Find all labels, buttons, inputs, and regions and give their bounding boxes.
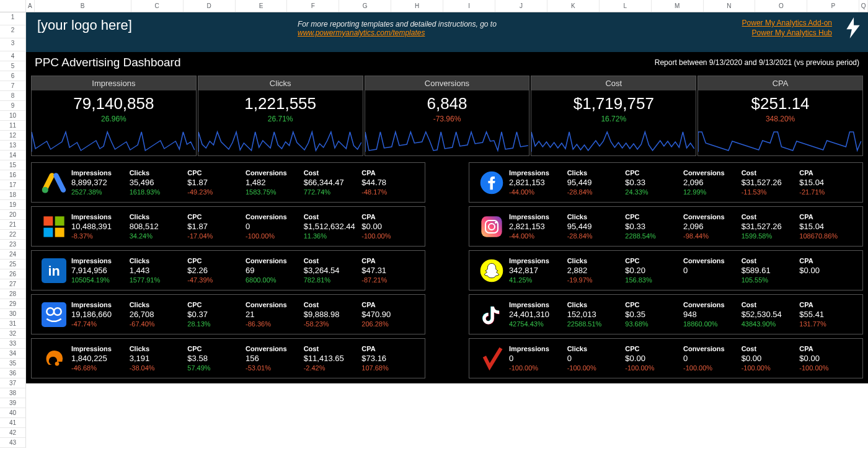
hero-card-impressions: Impressions 79,140,858 26.96% xyxy=(31,76,197,156)
addon-link[interactable]: Power My Analytics Add-on xyxy=(742,19,832,27)
platform-card-outbrain: Impressions 1,840,225 -46.68% Clicks 3,1… xyxy=(31,338,425,378)
facebook-icon xyxy=(474,169,509,196)
hero-delta: 26.71% xyxy=(198,115,363,126)
hero-card-clicks: Clicks 1,221,555 26.71% xyxy=(198,76,363,156)
metric-clicks: Clicks 26,708 -67.40% xyxy=(130,301,187,328)
outbrain-icon xyxy=(37,345,71,372)
hero-delta: 16.72% xyxy=(531,115,696,126)
linkedin-icon: in xyxy=(37,257,71,284)
taboola-icon xyxy=(37,301,71,328)
platform-card-taboola: Impressions 19,186,660 -47.74% Clicks 26… xyxy=(31,294,425,334)
snapchat-icon xyxy=(474,257,509,284)
sparkline xyxy=(198,127,363,154)
metric-conversions: Conversions 2,096 -98.44% xyxy=(683,213,740,240)
hero-value: $1,719,757 xyxy=(531,90,696,115)
platform-card-snapchat: Impressions 342,817 41.25% Clicks 2,882 … xyxy=(469,250,863,290)
hero-delta: 26.96% xyxy=(32,115,196,126)
metric-conversions: Conversions 156 -53.01% xyxy=(246,345,303,372)
metric-impressions: Impressions 10,488,391 -8.37% xyxy=(71,213,128,240)
metric-impressions: Impressions 24,401,310 42754.43% xyxy=(509,301,566,328)
logo-placeholder: [your logo here] xyxy=(37,17,298,33)
sparkline xyxy=(531,127,696,154)
metric-clicks: Clicks 1,443 1577.91% xyxy=(130,257,187,284)
sparkline xyxy=(698,127,862,154)
metric-conversions: Conversions 69 6800.00% xyxy=(246,257,303,284)
microsoft-icon xyxy=(37,213,71,240)
hero-card-cost: Cost $1,719,757 16.72% xyxy=(531,76,696,156)
metric-conversions: Conversions 21 -86.36% xyxy=(246,301,303,328)
metric-cost: Cost $3,264.54 782.81% xyxy=(304,257,361,284)
metric-cpc: CPC $0.33 2288.54% xyxy=(625,213,682,240)
metric-conversions: Conversions 1,482 1583.75% xyxy=(246,169,303,196)
metric-cpa: CPA $0.00 -100.00% xyxy=(361,213,418,240)
metric-conversions: Conversions 948 18860.00% xyxy=(683,301,740,328)
platform-card-microsoft: Impressions 10,488,391 -8.37% Clicks 808… xyxy=(31,206,425,247)
templates-link[interactable]: www.powermyanalytics.com/templates xyxy=(298,28,425,37)
svg-text:in: in xyxy=(48,263,60,279)
hero-label: Clicks xyxy=(198,76,363,90)
metric-impressions: Impressions 7,914,956 105054.19% xyxy=(71,257,128,284)
title-row: PPC Advertising Dashboard Report between… xyxy=(26,52,868,73)
svg-rect-4 xyxy=(55,227,64,237)
hero-delta: -73.96% xyxy=(365,115,529,126)
metric-cost: Cost $66,344.47 772.74% xyxy=(304,169,361,196)
report-range: Report between 9/13/2020 and 9/13/2021 (… xyxy=(655,58,859,67)
metric-clicks: Clicks 95,449 -28.84% xyxy=(567,169,624,196)
metric-conversions: Conversions 0 xyxy=(683,257,740,284)
metric-cpc: CPC $0.37 28.13% xyxy=(187,301,244,328)
metric-cpa: CPA $470.90 206.28% xyxy=(361,301,418,328)
metric-cpc: CPC $0.00 -100.00% xyxy=(625,345,682,372)
hero-value: 79,140,858 xyxy=(32,90,196,115)
metric-cost: Cost $9,888.98 -58.23% xyxy=(304,301,361,328)
instagram-icon xyxy=(474,213,509,240)
svg-rect-7 xyxy=(42,302,66,327)
svg-rect-1 xyxy=(43,216,53,225)
lightning-icon xyxy=(844,17,862,38)
platform-col-right: Impressions 2,821,153 -44.00% Clicks 95,… xyxy=(469,162,863,378)
metric-cpc: CPC $0.20 156.83% xyxy=(625,257,682,284)
metric-cost: Cost $0.00 -100.00% xyxy=(742,345,799,372)
metric-clicks: Clicks 3,191 -38.04% xyxy=(130,345,187,372)
row-number-gutter: 1234567891011121314151617181920212223242… xyxy=(0,0,26,448)
metric-cost: Cost $31,527.26 -11.53% xyxy=(742,169,799,196)
svg-rect-2 xyxy=(55,216,64,225)
platform-card-verizon: Impressions 0 -100.00% Clicks 0 -100.00%… xyxy=(469,338,863,378)
metric-impressions: Impressions 1,840,225 -46.68% xyxy=(71,345,128,372)
sparkline xyxy=(365,127,529,154)
hub-link[interactable]: Power My Analytics Hub xyxy=(742,28,832,37)
platform-card-facebook: Impressions 2,821,153 -44.00% Clicks 95,… xyxy=(469,162,863,203)
dashboard: [your logo here] For more reporting temp… xyxy=(26,12,868,383)
platform-grid: Impressions 8,899,372 2527.38% Clicks 35… xyxy=(26,160,868,383)
platform-col-left: Impressions 8,899,372 2527.38% Clicks 35… xyxy=(31,162,425,378)
svg-rect-3 xyxy=(43,227,53,237)
metric-clicks: Clicks 35,496 1618.93% xyxy=(130,169,187,196)
metric-cpa: CPA $47.31 -87.21% xyxy=(361,257,418,284)
metric-cpa: CPA $44.78 -48.17% xyxy=(361,169,418,196)
metric-impressions: Impressions 8,899,372 2527.38% xyxy=(71,169,128,196)
metric-cpa: CPA $0.00 xyxy=(799,257,856,284)
metric-cost: Cost $31,527.26 1599.58% xyxy=(742,213,799,240)
metric-clicks: Clicks 0 -100.00% xyxy=(567,345,624,372)
metric-cost: Cost $52,530.54 43843.90% xyxy=(742,301,799,328)
svg-point-15 xyxy=(495,221,497,223)
svg-rect-12 xyxy=(481,216,502,237)
platform-card-instagram: Impressions 2,821,153 -44.00% Clicks 95,… xyxy=(469,206,863,247)
metric-conversions: Conversions 0 -100.00% xyxy=(683,345,740,372)
header-banner: [your logo here] For more reporting temp… xyxy=(26,12,868,52)
hero-value: 6,848 xyxy=(365,90,529,115)
metric-cpa: CPA $55.41 131.77% xyxy=(799,301,856,328)
metric-cpc: CPC $1.87 -17.04% xyxy=(187,213,244,240)
metric-impressions: Impressions 0 -100.00% xyxy=(509,345,566,372)
page-title: PPC Advertising Dashboard xyxy=(35,56,181,69)
platform-card-google-ads: Impressions 8,899,372 2527.38% Clicks 35… xyxy=(31,162,425,203)
svg-point-10 xyxy=(55,362,60,366)
hero-value: $251.14 xyxy=(698,90,862,115)
metric-cpc: CPC $1.87 -49.23% xyxy=(187,169,244,196)
metric-clicks: Clicks 152,013 22588.51% xyxy=(567,301,624,328)
metric-impressions: Impressions 342,817 41.25% xyxy=(509,257,566,284)
platform-card-linkedin: in Impressions 7,914,956 105054.19% Clic… xyxy=(31,250,425,290)
column-headers: ABCDEFGHIJKLMNOPQ xyxy=(26,0,868,12)
metric-cpc: CPC $0.35 93.68% xyxy=(625,301,682,328)
metric-impressions: Impressions 2,821,153 -44.00% xyxy=(509,169,566,196)
verizon-icon xyxy=(474,345,509,372)
